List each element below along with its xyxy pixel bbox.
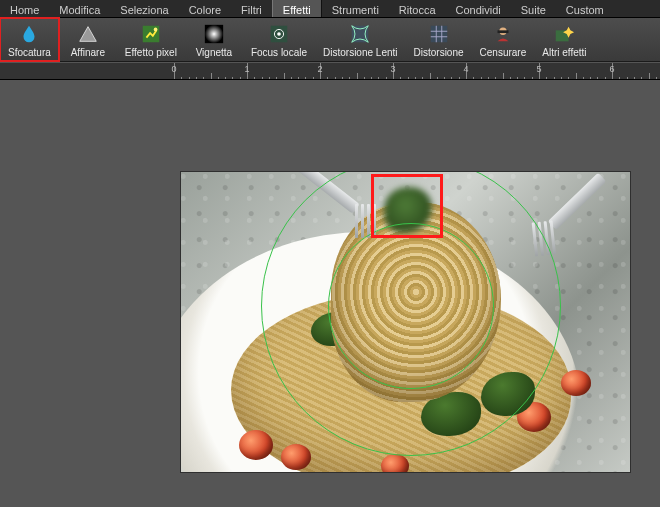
menu-item-modifica[interactable]: Modifica	[49, 0, 110, 17]
censor-icon	[491, 22, 515, 46]
vignette-icon	[202, 22, 226, 46]
tool-altri-effetti[interactable]: Altri effetti	[534, 18, 594, 61]
menu-item-custom[interactable]: Custom	[556, 0, 614, 17]
horizontal-ruler: 0123456	[0, 62, 660, 80]
menu-item-suite[interactable]: Suite	[511, 0, 556, 17]
ruler-label: 1	[244, 64, 249, 74]
tool-label: Focus locale	[251, 47, 307, 58]
menu-item-effetti[interactable]: Effetti	[272, 0, 322, 17]
ruler-label: 6	[609, 64, 614, 74]
tool-vignetta[interactable]: Vignetta	[185, 18, 243, 61]
tool-effetto-pixel[interactable]: Effetto pixel	[117, 18, 185, 61]
menu-item-home[interactable]: Home	[0, 0, 49, 17]
tool-label: Affinare	[71, 47, 105, 58]
tool-label: Distorsione	[414, 47, 464, 58]
ruler-label: 0	[171, 64, 176, 74]
menu-item-filtri[interactable]: Filtri	[231, 0, 272, 17]
ruler-label: 4	[463, 64, 468, 74]
tool-label: Censurare	[480, 47, 527, 58]
tool-distorsione[interactable]: Distorsione	[406, 18, 472, 61]
grid-icon	[427, 22, 451, 46]
menu-item-condividi[interactable]: Condividi	[446, 0, 511, 17]
menu-item-colore[interactable]: Colore	[179, 0, 231, 17]
tool-affinare[interactable]: Affinare	[59, 18, 117, 61]
pixel-icon	[139, 22, 163, 46]
tool-label: Effetto pixel	[125, 47, 177, 58]
svg-rect-2	[205, 25, 223, 43]
lens-icon	[348, 22, 372, 46]
image-content	[181, 172, 630, 472]
tool-label: Sfocatura	[8, 47, 51, 58]
menu-item-strumenti[interactable]: Strumenti	[322, 0, 389, 17]
svg-rect-9	[497, 30, 508, 33]
tool-label: Vignetta	[196, 47, 233, 58]
focus-icon	[267, 22, 291, 46]
ruler-label: 3	[390, 64, 395, 74]
drop-icon	[17, 22, 41, 46]
image-canvas[interactable]	[181, 172, 630, 472]
tool-distorsione-lenti[interactable]: Distorsione Lenti	[315, 18, 405, 61]
tool-label: Altri effetti	[542, 47, 586, 58]
highlight-rectangle	[371, 174, 443, 238]
sparkle-icon	[552, 22, 576, 46]
tool-sfocatura[interactable]: Sfocatura	[0, 18, 59, 61]
menu-item-seleziona[interactable]: Seleziona	[110, 0, 178, 17]
ruler-label: 5	[536, 64, 541, 74]
menu-bar: HomeModificaSelezionaColoreFiltriEffetti…	[0, 0, 660, 18]
svg-rect-7	[430, 26, 447, 43]
menu-item-ritocca[interactable]: Ritocca	[389, 0, 446, 17]
tool-label: Distorsione Lenti	[323, 47, 397, 58]
tool-censurare[interactable]: Censurare	[472, 18, 535, 61]
ruler-label: 2	[317, 64, 322, 74]
svg-point-1	[154, 28, 158, 32]
svg-point-5	[277, 32, 281, 36]
effects-toolbar: SfocaturaAffinareEffetto pixelVignettaFo…	[0, 18, 660, 62]
triangle-icon	[76, 22, 100, 46]
canvas-area[interactable]	[0, 80, 660, 507]
svg-rect-6	[352, 26, 369, 43]
tool-focus-locale[interactable]: Focus locale	[243, 18, 315, 61]
